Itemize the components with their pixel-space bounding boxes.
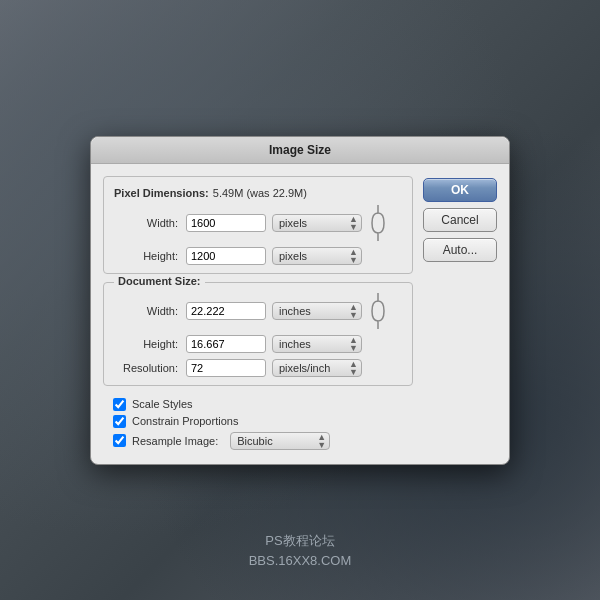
document-size-legend: Document Size: <box>114 275 205 287</box>
ok-button[interactable]: OK <box>423 178 497 202</box>
doc-height-label: Height: <box>114 338 186 350</box>
scale-styles-row: Scale Styles <box>113 398 403 411</box>
pixel-dimensions-section: Pixel Dimensions: 5.49M (was 22.9M) Widt… <box>103 176 413 274</box>
pixel-height-label: Height: <box>114 250 186 262</box>
resolution-row: Resolution: pixels/inch pixels/cm ▲▼ <box>114 359 402 377</box>
pixel-height-unit-select[interactable]: pixels percent <box>272 247 362 265</box>
constrain-checkbox[interactable] <box>113 415 126 428</box>
doc-height-unit-select[interactable]: inches cm mm points <box>272 335 362 353</box>
doc-height-row: Height: inches cm mm points ▲▼ <box>114 335 402 353</box>
resample-row: Resample Image: Bicubic Nearest Neighbor… <box>113 432 403 450</box>
cancel-button[interactable]: Cancel <box>423 208 497 232</box>
resample-checkbox[interactable] <box>113 434 126 447</box>
doc-link-icon <box>370 293 386 329</box>
resolution-input[interactable] <box>186 359 266 377</box>
pixel-height-row: Height: pixels percent ▲▼ <box>114 247 402 265</box>
watermark-line1: PS教程论坛 <box>249 531 352 551</box>
doc-height-unit-wrap: inches cm mm points ▲▼ <box>272 335 362 353</box>
watermark: PS教程论坛 BBS.16XX8.COM <box>249 531 352 570</box>
doc-width-unit-wrap: inches cm mm points picas columns percen… <box>272 302 362 320</box>
pixel-link-icon <box>370 205 386 241</box>
pixel-link-icon-wrap <box>370 205 386 241</box>
constrain-label: Constrain Proportions <box>132 415 238 427</box>
doc-height-input[interactable] <box>186 335 266 353</box>
image-size-dialog: Image Size Pixel Dimensions: 5.49M (was … <box>90 136 510 465</box>
document-size-section: Document Size: Width: inches cm mm point… <box>103 282 413 386</box>
pixel-height-unit-wrap: pixels percent ▲▼ <box>272 247 362 265</box>
dialog-title: Image Size <box>91 137 509 164</box>
resolution-unit-select[interactable]: pixels/inch pixels/cm <box>272 359 362 377</box>
dialog-right-column: OK Cancel Auto... <box>423 176 497 450</box>
checkboxes-section: Scale Styles Constrain Proportions Resam… <box>103 394 413 450</box>
pixel-width-unit-select[interactable]: pixels percent <box>272 214 362 232</box>
constrain-row: Constrain Proportions <box>113 415 403 428</box>
pixel-dimensions-header: Pixel Dimensions: 5.49M (was 22.9M) <box>114 187 402 199</box>
resolution-unit-wrap: pixels/inch pixels/cm ▲▼ <box>272 359 362 377</box>
scale-styles-label: Scale Styles <box>132 398 193 410</box>
scale-styles-checkbox[interactable] <box>113 398 126 411</box>
resample-label: Resample Image: <box>132 435 218 447</box>
doc-width-input[interactable] <box>186 302 266 320</box>
pixel-width-row: Width: pixels percent ▲▼ <box>114 205 402 241</box>
pixel-height-input[interactable] <box>186 247 266 265</box>
doc-width-row: Width: inches cm mm points picas columns… <box>114 293 402 329</box>
doc-link-icon-wrap <box>370 293 386 329</box>
dialog-body: Pixel Dimensions: 5.49M (was 22.9M) Widt… <box>91 164 509 450</box>
watermark-line2: BBS.16XX8.COM <box>249 551 352 571</box>
pixel-width-label: Width: <box>114 217 186 229</box>
doc-width-unit-select[interactable]: inches cm mm points picas columns percen… <box>272 302 362 320</box>
dialog-left-column: Pixel Dimensions: 5.49M (was 22.9M) Widt… <box>103 176 413 450</box>
doc-width-label: Width: <box>114 305 186 317</box>
pixel-width-input[interactable] <box>186 214 266 232</box>
pixel-width-unit-wrap: pixels percent ▲▼ <box>272 214 362 232</box>
resample-method-wrap: Bicubic Nearest Neighbor Bilinear Bicubi… <box>230 432 330 450</box>
auto-button[interactable]: Auto... <box>423 238 497 262</box>
resample-method-select[interactable]: Bicubic Nearest Neighbor Bilinear Bicubi… <box>230 432 330 450</box>
resolution-label: Resolution: <box>114 362 186 374</box>
